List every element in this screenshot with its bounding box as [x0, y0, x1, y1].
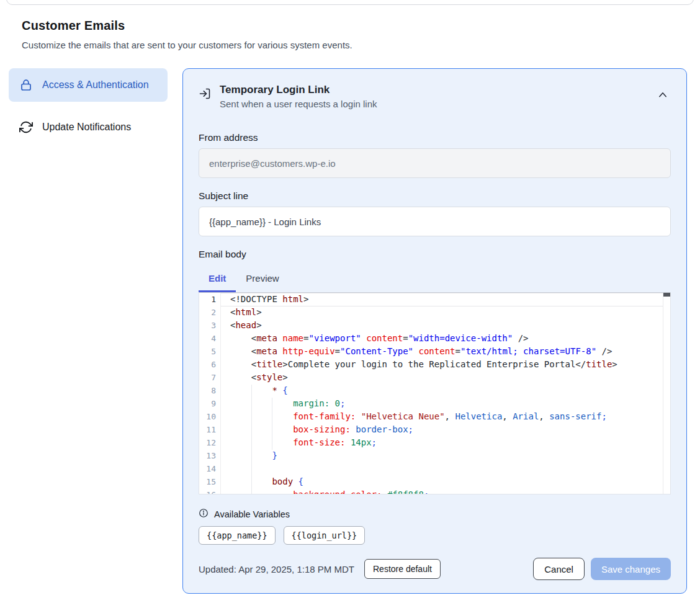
- available-variables-row: Available Variables: [199, 508, 671, 520]
- from-address-input: [199, 148, 671, 178]
- panel-title: Temporary Login Link: [220, 84, 377, 96]
- lock-icon: [19, 78, 34, 92]
- updated-timestamp: Updated: Apr 29, 2025, 1:18 PM MDT: [199, 564, 354, 574]
- restore-default-button[interactable]: Restore default: [364, 559, 441, 579]
- panel-subtitle: Sent when a user requests a login link: [220, 99, 377, 109]
- sidebar-item-access-authentication[interactable]: Access & Authentication: [9, 68, 168, 102]
- variable-chip-app-name[interactable]: {{app_name}}: [199, 526, 276, 545]
- subject-line-label: Subject line: [199, 190, 671, 202]
- login-icon: [199, 87, 211, 102]
- page-header: Customer Emails Customize the emails tha…: [22, 19, 352, 50]
- editor-scrollbar-thumb[interactable]: [663, 293, 670, 297]
- page-subtitle: Customize the emails that are sent to yo…: [22, 40, 352, 50]
- panel-footer: Updated: Apr 29, 2025, 1:18 PM MDT Resto…: [199, 558, 671, 580]
- panel-header-text: Temporary Login Link Sent when a user re…: [220, 84, 377, 109]
- previous-card-edge: [6, 0, 694, 5]
- email-settings-panel: Temporary Login Link Sent when a user re…: [182, 68, 687, 594]
- email-body-label: Email body: [199, 249, 671, 260]
- page-title: Customer Emails: [22, 19, 352, 33]
- editor-scrollbar-track: [663, 293, 663, 494]
- variable-chip-login-url[interactable]: {{login_url}}: [284, 526, 366, 545]
- refresh-icon: [19, 120, 34, 135]
- subject-line-input[interactable]: [199, 207, 671, 236]
- available-variables-label: Available Variables: [214, 509, 290, 519]
- sidebar-item-label: Update Notifications: [42, 120, 131, 135]
- tab-edit[interactable]: Edit: [199, 267, 236, 292]
- cancel-button[interactable]: Cancel: [533, 558, 585, 580]
- sidebar: Access & Authentication Update Notificat…: [9, 68, 168, 144]
- info-icon: [199, 508, 209, 520]
- collapse-button[interactable]: [655, 87, 671, 103]
- sidebar-item-label: Access & Authentication: [42, 78, 149, 92]
- save-changes-button[interactable]: Save changes: [591, 558, 671, 580]
- tab-preview[interactable]: Preview: [236, 267, 289, 292]
- chevron-up-icon: [657, 91, 668, 101]
- panel-header: Temporary Login Link Sent when a user re…: [199, 84, 671, 116]
- sidebar-item-update-notifications[interactable]: Update Notifications: [9, 110, 168, 144]
- code-editor[interactable]: 12345678910111213141516 <!DOCTYPE html><…: [199, 292, 671, 494]
- from-address-label: From address: [199, 132, 671, 143]
- variable-chips: {{app_name}} {{login_url}}: [199, 526, 671, 545]
- email-body-tabs: Edit Preview: [199, 267, 671, 292]
- editor-code: <!DOCTYPE html><html><head> <meta name="…: [199, 293, 617, 494]
